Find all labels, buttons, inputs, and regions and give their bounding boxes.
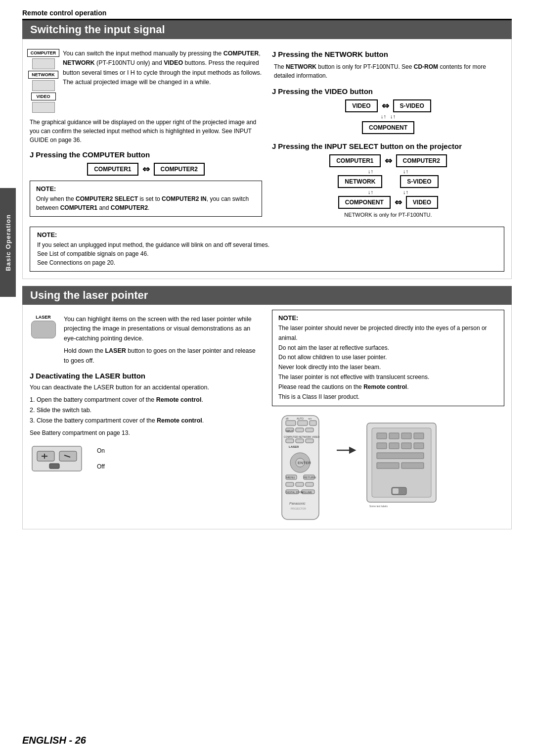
video-btn-diagram: VIDEO ⇔ S-VIDEO ↓↑ ↓↑ COMPONENT (272, 99, 504, 136)
svg-rect-6 (49, 464, 59, 469)
deactivate-steps: 1. Open the battery compartment cover of… (30, 395, 262, 426)
svg-text:MENU: MENU (286, 476, 295, 479)
input-arrows1: ↓↑ ↓↑ (368, 168, 408, 174)
press-video-heading: J Pressing the VIDEO button (272, 87, 504, 95)
svg-rect-10 (310, 421, 316, 425)
svg-text:d/I: d/I (286, 417, 289, 420)
press-computer-heading: J Pressing the COMPUTER button (30, 150, 262, 159)
svg-rect-46 (414, 433, 424, 439)
svg-text:VOLUME: VOLUME (302, 491, 312, 494)
deactivate-heading: J Deactivating the LASER button (30, 372, 262, 380)
network-text: The NETWORK button is only for PT-F100NT… (274, 62, 504, 80)
laser-icon-label: LASER (36, 315, 51, 320)
svg-rect-21 (306, 439, 313, 443)
laser-left: LASER You can highlight items on the scr… (30, 310, 262, 522)
svg-rect-9 (298, 421, 308, 425)
input-network-btn: NETWORK (338, 175, 382, 188)
svg-text:RETURN: RETURN (304, 476, 316, 479)
remote-control-svg: d/I AUTO SET INPUT COMPUTER NETWORK VIDE… (272, 413, 329, 522)
svg-text:COMPUTER NETWORK VIDEO: COMPUTER NETWORK VIDEO (284, 435, 320, 438)
projector-svg: Some text labels (364, 413, 439, 522)
battery-diagram-svg (30, 441, 89, 476)
svg-text:LASER: LASER (289, 445, 299, 448)
wide-note-line3: See Connections on page 20. (37, 258, 497, 267)
input-component-btn: COMPONENT (338, 196, 391, 209)
component-row: COMPONENT (362, 121, 414, 134)
switching-section: Switching the input signal COMPUTER NETW… (0, 20, 534, 529)
wide-note-line2: See List of compatible signals on page 4… (37, 249, 497, 258)
footer: ENGLISH - 26 (22, 735, 512, 746)
svg-rect-31 (296, 482, 304, 486)
arrow-icon4: ⇔ (395, 197, 402, 208)
svg-text:DIGITAL ZOOM: DIGITAL ZOOM (286, 491, 303, 494)
svg-rect-47 (377, 443, 387, 449)
svg-rect-49 (401, 443, 411, 449)
intro-block: COMPUTER NETWORK VIDEO You can switch th… (30, 49, 262, 113)
svg-text:AUTO: AUTO (297, 417, 304, 420)
wide-note-line1: If you select an unplugged input method,… (37, 240, 497, 249)
svg-rect-32 (306, 482, 313, 486)
intro-text: You can switch the input method manually… (63, 49, 262, 113)
english-label: ENGLISH - 26 (22, 735, 86, 746)
svg-rect-53 (401, 463, 424, 469)
svg-rect-56 (393, 488, 399, 494)
note1-title: NOTE: (36, 185, 256, 192)
network-section: J Pressing the NETWORK button The NETWOR… (272, 50, 504, 80)
wide-note-title: NOTE: (37, 231, 497, 238)
svg-rect-16 (306, 428, 313, 432)
svg-rect-48 (389, 443, 399, 449)
remote-icons: COMPUTER NETWORK VIDEO (30, 49, 57, 113)
laser-header: Using the laser pointer (22, 286, 512, 305)
remote-diagrams: d/I AUTO SET INPUT COMPUTER NETWORK VIDE… (272, 413, 504, 522)
laser-section: Using the laser pointer LASER You c (22, 286, 512, 529)
input-row3: COMPONENT ⇔ VIDEO (338, 196, 438, 209)
svg-rect-52 (377, 463, 399, 469)
laser-intro: LASER You can highlight items on the scr… (30, 315, 262, 366)
page-container: Basic Operation Remote control operation… (0, 0, 534, 756)
switching-intro: COMPUTER NETWORK VIDEO You can switch th… (30, 44, 504, 222)
on-off-labels: On Off (97, 447, 105, 470)
arrow-icon2: ⇔ (382, 100, 389, 111)
svg-text:ENTER: ENTER (298, 461, 311, 465)
arrow-svg (337, 443, 356, 458)
battery-area: On Off (30, 441, 262, 476)
deactivate-intro: You can deactivate the LASER button for … (30, 384, 262, 391)
computer-btn-diagram: COMPUTER1 ⇔ COMPUTER2 (30, 163, 262, 176)
video-btn: VIDEO (345, 99, 377, 112)
computer1-btn: COMPUTER1 (87, 163, 138, 176)
on-label: On (97, 447, 105, 454)
input-arrows2: ↓↑ ↓↑ (368, 189, 408, 195)
svg-text:Some text labels: Some text labels (369, 505, 388, 508)
laser-right: NOTE: The laser pointer should never be … (272, 310, 504, 522)
laser-btn-icon (31, 321, 56, 338)
note1-box: NOTE: Only when the COMPUTER2 SELECT is … (30, 181, 262, 217)
svg-text:PROJECTOR: PROJECTOR (291, 507, 306, 510)
input-computer2-btn: COMPUTER2 (396, 154, 447, 167)
svg-rect-43 (377, 433, 387, 439)
input-video-btn: VIDEO (406, 196, 438, 209)
press-network-heading: J Pressing the NETWORK button (272, 50, 504, 58)
video-top-row: VIDEO ⇔ S-VIDEO (345, 99, 431, 112)
down-arrow-left: ↓↑ (381, 113, 386, 119)
switching-right: J Pressing the NETWORK button The NETWOR… (272, 44, 504, 222)
switching-header: Switching the input signal (22, 20, 512, 39)
input-row1: COMPUTER1 ⇔ COMPUTER2 (329, 154, 447, 167)
down-arrow-right: ↓↑ (390, 113, 396, 119)
arrow-icon3: ⇔ (385, 155, 392, 166)
svg-rect-45 (401, 433, 411, 439)
svg-text:SET: SET (308, 418, 312, 420)
svg-text:Panasonic: Panasonic (289, 502, 306, 505)
svideo-btn: S-VIDEO (393, 99, 431, 112)
input-row2: NETWORK S-VIDEO (338, 175, 438, 188)
input-computer1-btn: COMPUTER1 (329, 154, 380, 167)
note1-text: Only when the COMPUTER2 SELECT is set to… (36, 194, 256, 212)
off-label: Off (97, 463, 105, 470)
arrow-icon: ⇔ (142, 164, 150, 175)
video-icon-label: VIDEO (31, 93, 56, 100)
computer2-btn: COMPUTER2 (154, 163, 205, 176)
laser-note-lines: The laser pointer should never be projec… (278, 324, 498, 402)
side-tab: Basic Operation (0, 188, 16, 297)
computer-icon-label: COMPUTER (27, 49, 60, 57)
network-icon-label: NETWORK (28, 71, 58, 79)
svg-text:INPUT: INPUT (286, 429, 293, 432)
